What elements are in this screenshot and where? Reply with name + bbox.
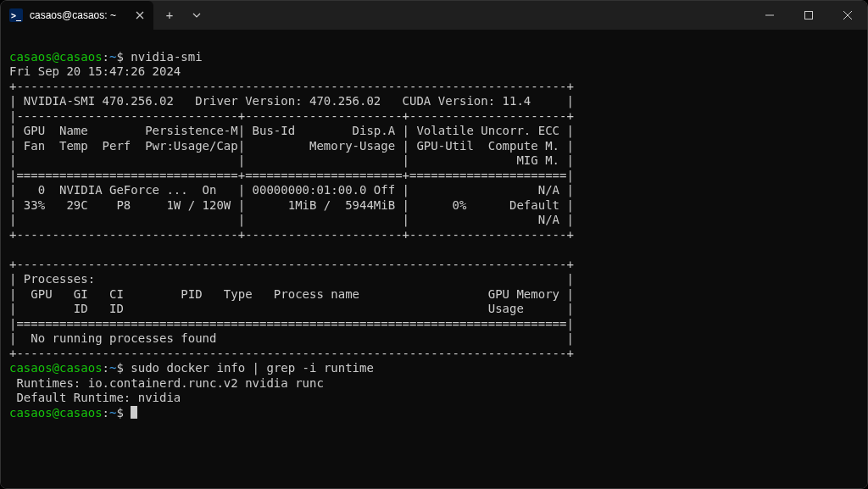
prompt-dollar: $: [116, 50, 131, 64]
smi-border: +---------------------------------------…: [9, 347, 574, 360]
maximize-button[interactable]: [789, 1, 828, 30]
smi-date: Fri Sep 20 15:47:26 2024: [9, 64, 181, 78]
docker-output: Runtimes: io.containerd.runc.v2 nvidia r…: [9, 376, 324, 390]
smi-col-header: | | | MIG M. |: [9, 153, 574, 167]
prompt-colon: :: [103, 406, 109, 420]
window-controls: [750, 1, 867, 30]
cursor: [131, 406, 137, 419]
smi-border: +---------------------------------------…: [9, 80, 574, 93]
smi-proc-header: | GPU GI CI PID Type Process name GPU Me…: [9, 287, 574, 301]
smi-col-header: | GPU Name Persistence-M| Bus-Id Disp.A …: [9, 124, 574, 137]
smi-gpu-row: | 0 NVIDIA GeForce ... On | 00000000:01:…: [9, 183, 574, 197]
terminal-content[interactable]: casaos@casaos:~$ nvidia-smi Fri Sep 20 1…: [1, 30, 867, 488]
tab-controls: +: [153, 1, 209, 30]
smi-proc-header: | ID ID Usage |: [9, 302, 574, 315]
prompt-colon: :: [103, 50, 109, 64]
smi-proc-header: | Processes: |: [9, 272, 574, 286]
smi-header: | NVIDIA-SMI 470.256.02 Driver Version: …: [9, 94, 574, 108]
prompt-colon: :: [103, 361, 109, 375]
prompt-dollar: $: [116, 361, 131, 375]
docker-output: Default Runtime: nvidia: [9, 391, 181, 404]
svg-rect-0: [805, 12, 813, 19]
smi-col-header: | Fan Temp Perf Pwr:Usage/Cap| Memory-Us…: [9, 139, 574, 153]
smi-sep: |===============================+=======…: [9, 169, 574, 182]
prompt-user: casaos@casaos: [9, 50, 103, 64]
command-1: nvidia-smi: [131, 50, 202, 64]
tab-dropdown-button[interactable]: [184, 3, 209, 28]
smi-sep: |=======================================…: [9, 317, 574, 331]
smi-blank: [9, 242, 574, 256]
close-window-button[interactable]: [828, 1, 867, 30]
smi-gpu-row: | 33% 29C P8 1W / 120W | 1MiB / 5944MiB …: [9, 198, 574, 212]
smi-border: +---------------------------------------…: [9, 258, 574, 271]
prompt-user: casaos@casaos: [9, 406, 103, 420]
smi-proc-row: | No running processes found |: [9, 331, 574, 345]
minimize-button[interactable]: [750, 1, 789, 30]
prompt-user: casaos@casaos: [9, 361, 103, 375]
new-tab-button[interactable]: +: [157, 3, 182, 28]
tab-title: casaos@casaos: ~: [30, 9, 126, 21]
powershell-icon: >_: [9, 8, 23, 22]
titlebar: >_ casaos@casaos: ~ +: [1, 1, 867, 30]
close-tab-button[interactable]: [133, 8, 147, 22]
prompt-dollar: $: [116, 406, 131, 420]
smi-gpu-row: | | | N/A |: [9, 213, 574, 226]
smi-sep: |-------------------------------+-------…: [9, 109, 574, 123]
command-2: sudo docker info | grep -i runtime: [131, 361, 374, 375]
active-tab[interactable]: >_ casaos@casaos: ~: [1, 1, 153, 30]
smi-border: +-------------------------------+-------…: [9, 228, 574, 242]
